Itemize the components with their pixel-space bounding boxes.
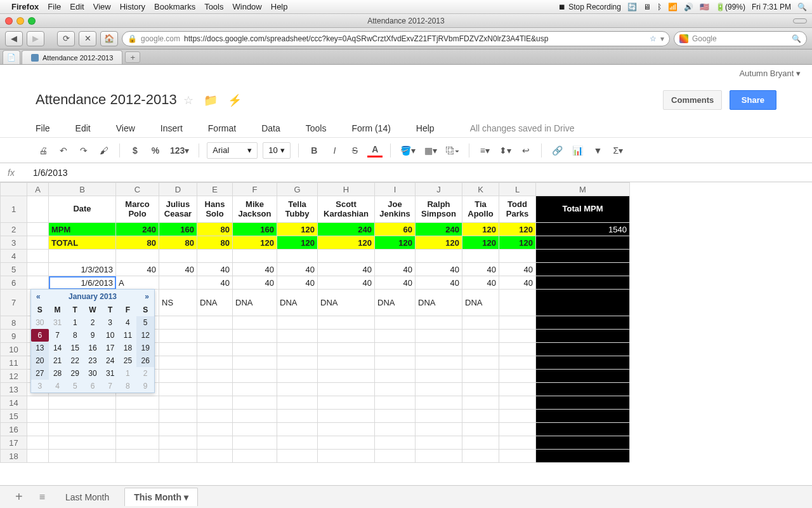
cell[interactable] <box>499 396 536 410</box>
cell[interactable]: Julius Ceasar <box>159 196 197 223</box>
cell[interactable] <box>318 330 375 343</box>
day-cell[interactable]: 11 <box>119 329 137 342</box>
doc-menu[interactable]: Form (14) <box>351 123 390 133</box>
cell[interactable]: 40 <box>197 263 233 276</box>
cell[interactable] <box>462 436 499 450</box>
tab-handle[interactable]: 📄 <box>3 50 20 64</box>
row-header[interactable]: 10 <box>1 343 27 356</box>
next-month-button[interactable]: » <box>145 292 149 301</box>
cell[interactable] <box>277 343 318 356</box>
cell[interactable] <box>499 410 536 423</box>
cell[interactable]: 40 <box>159 263 197 276</box>
day-cell[interactable]: 19 <box>136 342 154 354</box>
cell[interactable] <box>318 370 375 383</box>
redo-icon[interactable]: ↷ <box>76 142 91 159</box>
reload-button[interactable]: ⟳ <box>57 31 75 46</box>
cell[interactable] <box>318 356 375 370</box>
os-menu-edit[interactable]: Edit <box>70 2 84 11</box>
cell[interactable] <box>197 343 233 356</box>
cell[interactable]: Marco Polo <box>116 196 159 223</box>
cell[interactable] <box>116 423 159 436</box>
cell[interactable] <box>416 250 462 263</box>
sheet-tab[interactable]: Last Month <box>56 488 118 506</box>
cell[interactable]: Date <box>49 196 116 223</box>
cell[interactable]: 1540 <box>536 223 630 236</box>
col-header[interactable]: C <box>116 183 159 196</box>
cell[interactable] <box>536 370 630 383</box>
cell[interactable] <box>197 396 233 410</box>
doc-menu[interactable]: Data <box>261 123 280 133</box>
day-cell[interactable]: 12 <box>136 329 154 342</box>
day-cell[interactable]: 22 <box>66 354 84 367</box>
cell[interactable] <box>116 450 159 463</box>
row-header[interactable]: 7 <box>1 290 27 316</box>
cell[interactable]: 160 <box>159 223 197 236</box>
cell[interactable] <box>318 316 375 330</box>
home-button[interactable]: 🏠 <box>100 31 118 46</box>
cell[interactable] <box>49 396 116 410</box>
app-name[interactable]: Firefox <box>11 2 39 11</box>
col-header[interactable]: D <box>159 183 197 196</box>
cell[interactable] <box>233 250 277 263</box>
flag-icon[interactable]: 🇺🇸 <box>700 3 709 11</box>
cell[interactable]: 40 <box>318 276 375 290</box>
cell[interactable]: 240 <box>116 223 159 236</box>
cell[interactable] <box>416 423 462 436</box>
print-icon[interactable]: 🖨 <box>36 142 51 159</box>
cell[interactable] <box>277 356 318 370</box>
all-sheets-button[interactable]: ≡ <box>34 491 50 503</box>
browser-tab[interactable]: Attendance 2012-2013 <box>22 50 122 64</box>
cell[interactable] <box>197 330 233 343</box>
cell[interactable] <box>116 436 159 450</box>
text-color-button[interactable]: A <box>367 144 383 157</box>
cell[interactable] <box>318 410 375 423</box>
cell[interactable]: Ralph Simpson <box>416 196 462 223</box>
cell[interactable]: 1/3/2013 <box>49 263 116 276</box>
cell[interactable] <box>233 410 277 423</box>
col-header[interactable]: B <box>49 183 116 196</box>
cell[interactable]: 40 <box>197 276 233 290</box>
cell[interactable] <box>462 330 499 343</box>
cell[interactable] <box>277 370 318 383</box>
cell[interactable] <box>375 343 416 356</box>
cell[interactable] <box>375 450 416 463</box>
halign-button[interactable]: ≡▾ <box>477 142 492 159</box>
cell[interactable] <box>49 436 116 450</box>
day-cell[interactable]: 26 <box>136 354 154 367</box>
cell[interactable] <box>197 450 233 463</box>
doc-menu[interactable]: View <box>116 123 135 133</box>
cell[interactable] <box>277 330 318 343</box>
cell[interactable] <box>536 450 630 463</box>
borders-button[interactable]: ▦▾ <box>422 142 439 159</box>
cell[interactable] <box>536 410 630 423</box>
cell[interactable]: 120 <box>318 236 375 250</box>
cell[interactable] <box>318 343 375 356</box>
new-tab-button[interactable]: + <box>125 51 140 63</box>
cell[interactable] <box>277 396 318 410</box>
spotlight-icon[interactable]: 🔍 <box>797 3 807 11</box>
number-format-button[interactable]: 123▾ <box>168 142 191 159</box>
cell[interactable] <box>499 290 536 316</box>
day-cell[interactable]: 6 <box>84 380 102 392</box>
cell[interactable] <box>159 276 197 290</box>
cell[interactable] <box>462 316 499 330</box>
cell[interactable]: 40 <box>462 263 499 276</box>
cell[interactable] <box>233 330 277 343</box>
prev-month-button[interactable]: « <box>36 292 41 301</box>
cell[interactable]: Hans Solo <box>197 196 233 223</box>
cell[interactable] <box>233 383 277 396</box>
cell[interactable] <box>159 356 197 370</box>
row-header[interactable]: 2 <box>1 223 27 236</box>
day-cell[interactable]: 16 <box>84 342 102 354</box>
cell[interactable] <box>277 450 318 463</box>
cell[interactable] <box>318 396 375 410</box>
cell[interactable] <box>416 343 462 356</box>
cell[interactable] <box>116 410 159 423</box>
cell[interactable]: 40 <box>277 263 318 276</box>
cell[interactable] <box>416 330 462 343</box>
day-cell[interactable]: 30 <box>84 367 102 380</box>
spreadsheet-grid[interactable]: ABCDEFGHIJKLM1DateMarco PoloJulius Ceasa… <box>0 182 812 467</box>
cell[interactable]: Joe Jenkins <box>375 196 416 223</box>
account-name[interactable]: Autumn Bryant ▾ <box>739 69 801 78</box>
bluetooth-icon[interactable]: ᛒ <box>657 3 662 11</box>
